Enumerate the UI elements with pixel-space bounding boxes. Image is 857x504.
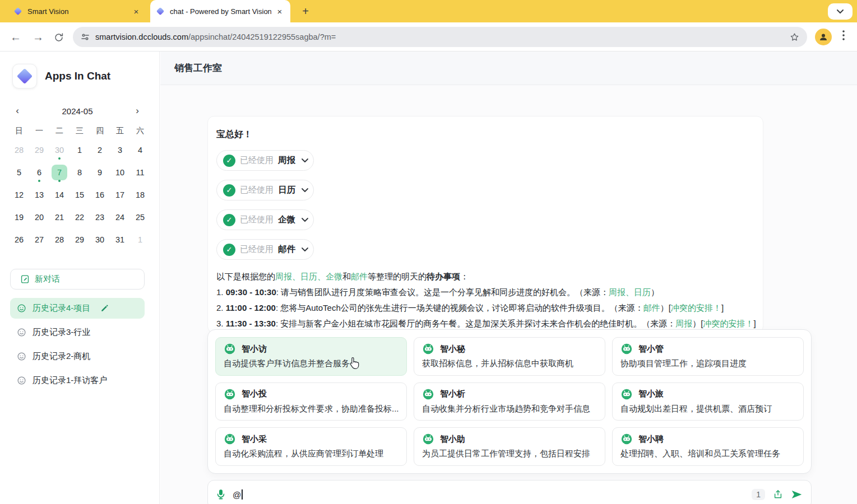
agent-card-智小助[interactable]: 智小助为员工提供日常工作管理支持，包括日程安排 [414, 427, 605, 466]
history-item-2[interactable]: 历史记录2-商机 [10, 346, 145, 367]
calendar-day[interactable]: 18 [130, 184, 150, 206]
calendar-day[interactable]: 2 [90, 139, 110, 161]
message-composer[interactable]: @ 1 [207, 480, 812, 504]
calendar-day[interactable]: 25 [130, 206, 150, 228]
upload-icon[interactable] [773, 489, 783, 500]
expand-chevron[interactable] [302, 158, 308, 162]
used-tool-pill-周报[interactable]: ✓已经使用周报 [216, 150, 314, 171]
calendar-day[interactable]: 15 [70, 184, 90, 206]
source-link[interactable]: 周报 [675, 319, 692, 328]
close-tab-icon[interactable]: × [131, 6, 141, 16]
close-tab-icon[interactable]: × [275, 6, 285, 16]
agent-card-智小旅[interactable]: 智小旅自动规划出差日程，提供机票、酒店预订 [612, 382, 804, 421]
calendar-day[interactable]: 3 [110, 139, 130, 161]
calendar-day[interactable]: 29 [70, 228, 90, 251]
send-icon[interactable] [791, 489, 803, 500]
history-item-1[interactable]: 历史记录1-拜访客户 [10, 370, 145, 391]
source-link[interactable]: 周报 [275, 272, 292, 281]
url-bar[interactable]: smartvision.dcclouds.com/appsinchat/2404… [73, 27, 807, 47]
calendar-day[interactable]: 16 [90, 184, 110, 206]
calendar-day[interactable]: 24 [110, 206, 130, 228]
mic-icon[interactable] [216, 489, 225, 500]
calendar-day[interactable]: 21 [49, 206, 70, 228]
agent-card-智小投[interactable]: 智小投自动整理和分析投标文件要求，协助准备投标... [215, 382, 407, 421]
chevron-down-icon [302, 248, 308, 251]
calendar-day[interactable]: 19 [9, 206, 29, 228]
calendar-day[interactable]: 1 [70, 139, 90, 161]
calendar-day[interactable]: 28 [9, 139, 29, 161]
source-link[interactable]: 日历 [300, 272, 317, 281]
calendar-day[interactable]: 30 [49, 139, 70, 161]
calendar-day[interactable]: 31 [110, 228, 130, 251]
calendar-day-selected[interactable]: 7 [49, 161, 70, 184]
used-tool-pill-邮件[interactable]: ✓已经使用邮件 [216, 239, 314, 260]
history-item-3[interactable]: 历史记录3-行业 [10, 322, 145, 343]
site-settings-tune-icon[interactable] [81, 32, 90, 41]
new-tab-button[interactable]: + [298, 4, 313, 18]
source-link[interactable]: 、 [292, 272, 300, 281]
source-link[interactable]: 周报 [609, 287, 626, 297]
agent-card-智小管[interactable]: 智小管协助项目管理工作，追踪项目进度 [612, 337, 804, 376]
tab-search-button[interactable] [828, 3, 853, 20]
calendar-day[interactable]: 17 [110, 184, 130, 206]
agent-card-智小秘[interactable]: 智小秘获取招标信息，并从招标信息中获取商机 [414, 337, 605, 376]
conflict-warning-link[interactable]: 冲突的安排！ [671, 303, 721, 312]
calendar-day[interactable]: 14 [49, 184, 70, 206]
calendar-day[interactable]: 23 [90, 206, 110, 228]
calendar-day[interactable]: 13 [29, 184, 49, 206]
source-link[interactable]: 邮件 [351, 272, 368, 281]
source-link[interactable]: 日历 [634, 287, 651, 297]
calendar-day[interactable]: 9 [90, 161, 110, 184]
tab-chat[interactable]: chat - Powered by Smart Vision × [150, 0, 290, 22]
expand-chevron[interactable] [302, 188, 308, 192]
calendar-day[interactable]: 22 [70, 206, 90, 228]
calendar-day[interactable]: 30 [90, 228, 110, 251]
history-list: 历史记录4-项目历史记录3-行业历史记录2-商机历史记录1-拜访客户 [10, 298, 145, 394]
used-tool-pill-日历[interactable]: ✓已经使用日历 [216, 180, 314, 200]
used-prefix-label: 已经使用 [240, 244, 274, 255]
calendar-day[interactable]: 12 [9, 184, 29, 206]
calendar-day[interactable]: 5 [9, 161, 29, 184]
calendar-day[interactable]: 20 [29, 206, 49, 228]
used-tool-pill-企微[interactable]: ✓已经使用企微 [216, 209, 314, 230]
profile-avatar[interactable] [815, 29, 832, 45]
source-link[interactable]: 企微 [326, 272, 342, 281]
history-item-4[interactable]: 历史记录4-项目 [10, 298, 145, 319]
agent-card-智小采[interactable]: 智小采自动化采购流程，从供应商管理到订单处理 [215, 427, 407, 466]
conflict-warning-link[interactable]: 冲突的安排！ [703, 319, 753, 328]
source-link[interactable]: 邮件 [643, 303, 660, 312]
calendar-day[interactable]: 28 [49, 228, 70, 251]
agent-name: 智小助 [440, 434, 465, 445]
robot-icon [224, 388, 236, 400]
calendar-day[interactable]: 26 [9, 228, 29, 251]
new-chat-button[interactable]: 新对话 [10, 269, 145, 290]
rename-button[interactable] [100, 304, 109, 312]
forward-button[interactable]: → [33, 30, 44, 44]
bookmark-star-icon[interactable] [790, 32, 799, 42]
calendar-day[interactable]: 10 [110, 161, 130, 184]
agent-card-智小访[interactable]: 智小访自动提供客户拜访信息并整合服务 [215, 337, 407, 376]
calendar-next-icon[interactable]: › [130, 104, 145, 118]
source-link[interactable]: 、 [317, 272, 326, 281]
chevron-down-icon [837, 10, 844, 14]
edit-pencil-icon[interactable] [100, 304, 109, 312]
source-link[interactable]: 、 [626, 287, 634, 297]
agent-card-智小聘[interactable]: 智小聘处理招聘、入职、培训和员工关系管理任务 [612, 427, 804, 466]
reload-button[interactable] [54, 31, 64, 46]
back-button[interactable]: ← [10, 30, 21, 44]
expand-chevron[interactable] [302, 248, 308, 251]
expand-chevron[interactable] [302, 218, 308, 222]
message-input[interactable]: @ [233, 489, 243, 500]
calendar-day[interactable]: 4 [130, 139, 150, 161]
calendar-day[interactable]: 1 [130, 228, 150, 251]
tab-smart-vision[interactable]: Smart Vision × [8, 0, 147, 22]
calendar-day[interactable]: 11 [130, 161, 150, 184]
calendar-day[interactable]: 6 [29, 161, 49, 184]
browser-menu-button[interactable] [842, 30, 845, 43]
calendar-day[interactable]: 29 [29, 139, 49, 161]
calendar-day[interactable]: 8 [70, 161, 90, 184]
bold-text: 11:30 - 13:30 [226, 319, 276, 328]
agent-card-智小析[interactable]: 智小析自动收集并分析行业市场趋势和竞争对手信息 [414, 382, 605, 421]
calendar-day[interactable]: 27 [29, 228, 49, 251]
calendar-prev-icon[interactable]: ‹ [10, 104, 25, 118]
